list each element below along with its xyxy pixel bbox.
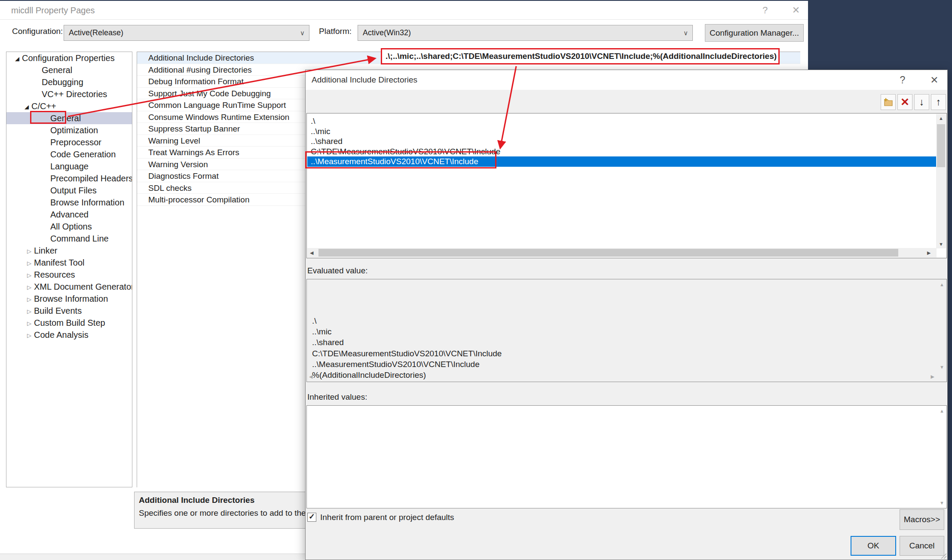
property-label: Multi-processor Compilation [148, 195, 249, 204]
new-line-button[interactable] [881, 94, 896, 110]
configuration-label: Configuration: [12, 27, 63, 36]
scroll-up-icon[interactable]: ▲ [940, 408, 944, 413]
tree-item[interactable]: Language [6, 160, 132, 172]
tree-item-label: Resources [34, 270, 75, 279]
tree-expander-icon[interactable]: ▷ [24, 306, 34, 318]
tree-expander-icon[interactable]: ▷ [24, 245, 34, 257]
tree-item[interactable]: General [6, 64, 132, 76]
evaluated-line: %(AdditionalIncludeDirectories) [312, 370, 502, 380]
tree-expander-icon[interactable]: ▷ [24, 330, 34, 342]
help-icon[interactable]: ? [756, 1, 774, 20]
tree-expander-icon[interactable]: ◢ [12, 53, 22, 65]
tree-item[interactable]: Code Generation [6, 148, 132, 160]
tree-item[interactable]: Browse Information [6, 196, 132, 208]
tree-item-label: Advanced [50, 210, 89, 219]
tree-item[interactable]: Command Line [6, 233, 132, 245]
scroll-down-icon[interactable]: ▼ [940, 364, 944, 370]
resize-grip[interactable] [940, 552, 946, 559]
inherit-checkbox[interactable]: ✓ [307, 513, 316, 522]
tree-item-label: C/C++ [31, 101, 56, 111]
directory-item[interactable]: ..\shared [307, 136, 936, 147]
annotation-box-tree-general [30, 111, 66, 124]
property-label: Diagnostics Format [148, 171, 219, 181]
scroll-right-icon[interactable]: ▶ [927, 250, 931, 256]
tree-item[interactable]: ▷Custom Build Step [6, 317, 132, 329]
scroll-down-icon[interactable]: ▼ [940, 500, 944, 505]
tree-expander-icon[interactable]: ▷ [24, 257, 34, 269]
directory-item[interactable]: .\ [307, 116, 936, 126]
tree-item[interactable]: All Options [6, 220, 132, 233]
property-label: Support Just My Code Debugging [148, 89, 271, 98]
delete-button[interactable]: ✕ [897, 94, 912, 110]
inherited-values-label: Inherited values: [307, 392, 367, 402]
tree-expander-icon[interactable]: ▷ [24, 294, 34, 306]
property-label: Additional #using Directories [148, 65, 252, 74]
evaluated-line: C:\TDE\MeasurementStudioVS2010\VCNET\Inc… [312, 348, 502, 359]
tree-item[interactable]: VC++ Directories [6, 88, 132, 100]
tree-item[interactable]: ▷XML Document Generator [6, 281, 132, 293]
directory-item-text: ..\shared [311, 137, 343, 146]
directories-listbox[interactable]: .\ ..\mic ..\shared C:\TDE\MeasurementSt… [306, 113, 947, 258]
scroll-up-icon[interactable]: ▲ [936, 116, 946, 121]
scrollbar-thumb[interactable] [937, 124, 945, 167]
tree-expander-icon[interactable]: ▷ [24, 318, 34, 330]
listbox-horizontal-scrollbar[interactable]: ◀ ▶ [307, 248, 937, 257]
tree-item-label: VC++ Directories [42, 89, 107, 99]
annotation-box-selected-directory [305, 151, 496, 168]
tree-item-label: Browse Information [34, 294, 108, 303]
property-label: Suppress Startup Banner [148, 124, 240, 133]
move-down-button[interactable]: ↓ [914, 94, 929, 110]
tree-item[interactable]: ◢C/C++ [6, 100, 132, 112]
tree-item[interactable]: ▷Linker [6, 245, 132, 257]
tree-item-label: Precompiled Headers [50, 174, 132, 183]
tree-item[interactable]: ▷Resources [6, 269, 132, 281]
platform-label: Platform: [319, 27, 352, 36]
tree-item[interactable]: ▷Browse Information [6, 293, 132, 305]
scroll-right-icon[interactable]: ▶ [931, 374, 934, 379]
close-icon[interactable]: ✕ [787, 1, 805, 20]
tree-item[interactable]: Advanced [6, 208, 132, 220]
directory-item[interactable]: ..\mic [307, 126, 936, 137]
tree-item[interactable]: Precompiled Headers [6, 172, 132, 184]
configuration-manager-button[interactable]: Configuration Manager... [705, 24, 804, 42]
listbox-vertical-scrollbar[interactable]: ▲ ▼ [936, 114, 946, 248]
tree-item-label: Preprocessor [50, 138, 101, 147]
tree-item[interactable]: General [6, 112, 132, 124]
scroll-left-icon[interactable]: ◀ [310, 250, 313, 256]
ok-button[interactable]: OK [851, 536, 896, 556]
help-icon[interactable]: ? [894, 70, 912, 90]
cancel-button[interactable]: Cancel [900, 536, 944, 556]
evaluated-line: ..\shared [312, 337, 502, 348]
platform-select[interactable]: Active(Win32) ∨ [358, 25, 693, 41]
tree-item[interactable]: Output Files [6, 184, 132, 196]
tree-item[interactable]: ▷Manifest Tool [6, 257, 132, 269]
tree-item[interactable]: Optimization [6, 124, 132, 136]
tree-expander-icon[interactable]: ▷ [24, 269, 34, 282]
property-label: Consume Windows Runtime Extension [148, 113, 289, 122]
tree-item-label: XML Document Generator [34, 282, 132, 291]
checkmark-icon: ✓ [309, 512, 315, 521]
tree-item-label: Configuration Properties [22, 53, 115, 63]
tree-item-label: Debugging [42, 77, 83, 87]
tree-item[interactable]: Debugging [6, 76, 132, 88]
tree-item[interactable]: ▷Code Analysis [6, 329, 132, 341]
tree-expander-icon[interactable]: ▷ [24, 282, 34, 294]
tree-item[interactable]: Preprocessor [6, 136, 132, 148]
tree-item-label: Code Generation [50, 150, 116, 159]
macros-button[interactable]: Macros>> [900, 509, 944, 530]
tree-item[interactable]: ◢Configuration Properties [6, 52, 132, 64]
scrollbar-thumb[interactable] [318, 249, 898, 257]
tree-item-label: Language [50, 162, 89, 171]
scroll-up-icon[interactable]: ▲ [940, 282, 944, 287]
scroll-down-icon[interactable]: ▼ [936, 242, 946, 247]
tree-item[interactable]: ▷Build Events [6, 305, 132, 317]
move-up-button[interactable]: ↑ [931, 94, 946, 110]
close-icon[interactable]: ✕ [925, 70, 943, 90]
evaluated-line: .\ [312, 315, 502, 326]
arrow-down-icon: ↓ [919, 97, 924, 107]
tree-item-label: Code Analysis [34, 330, 89, 340]
scroll-left-icon[interactable]: ◀ [309, 374, 312, 379]
property-label: Common Language RunTime Support [148, 101, 286, 110]
configuration-select[interactable]: Active(Release) ∨ [64, 25, 309, 41]
directory-item-text: ..\mic [311, 127, 330, 136]
